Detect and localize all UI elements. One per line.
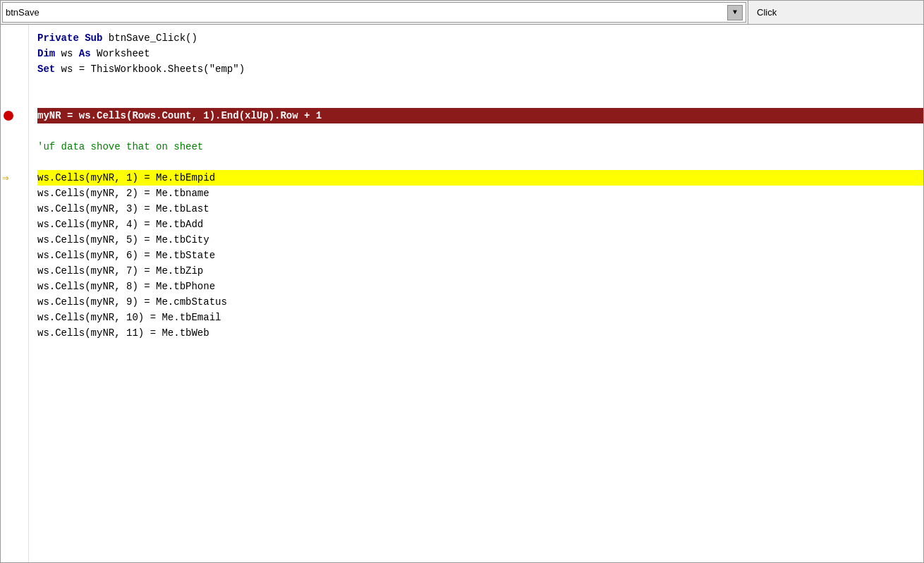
code-line-3: Set ws = ThisWorkbook.Sheets("emp") [37, 61, 923, 77]
code-line-7 [37, 123, 923, 139]
editor-container: btnSave ▼ Click [0, 0, 924, 563]
code-line-2: Dim ws As Worksheet [37, 46, 923, 61]
code-line-8: 'uf data shove that on sheet [37, 139, 923, 155]
code-text: ws.Cells(myNR, 7) = Me.tbZip [37, 263, 203, 279]
code-editor[interactable]: Private Sub btnSave_Click() Dim ws As Wo… [29, 25, 923, 562]
code-text: ws.Cells(myNR, 9) = Me.cmbStatus [37, 294, 227, 310]
code-text: ws.Cells(myNR, 6) = Me.tbState [37, 248, 215, 263]
gutter-line-1 [1, 30, 28, 46]
keyword-private: Private Sub [37, 30, 109, 46]
code-text: ws.Cells(myNR, 2) = Me.tbname [37, 186, 209, 201]
code-line-5 [37, 92, 923, 108]
gutter-line-11 [1, 186, 28, 201]
gutter-line-5 [1, 92, 28, 108]
code-text: btnSave_Click() [109, 30, 197, 46]
keyword-dim: Dim [37, 46, 61, 61]
gutter-line-4 [1, 77, 28, 92]
code-text: ws.Cells(myNR, 10) = Me.tbEmail [37, 310, 221, 325]
code-line-1: Private Sub btnSave_Click() [37, 30, 923, 46]
keyword-as: As [79, 46, 97, 61]
gutter-line-9 [1, 155, 28, 170]
code-text: ws [61, 46, 79, 61]
code-line-14: ws.Cells(myNR, 5) = Me.tbCity [37, 232, 923, 248]
code-line-10-highlighted: ws.Cells(myNR, 1) = Me.tbEmpid [37, 170, 923, 186]
code-text: ws.Cells(myNR, 8) = Me.tbPhone [37, 279, 215, 294]
code-line-12: ws.Cells(myNR, 3) = Me.tbLast [37, 201, 923, 217]
keyword-set: Set [37, 61, 61, 77]
code-text: ws.Cells(myNR, 11) = Me.tbWeb [37, 325, 209, 341]
gutter-line-16 [1, 263, 28, 279]
code-line-4 [37, 77, 923, 92]
gutter-line-15 [1, 248, 28, 263]
code-text-yellow: ws.Cells(myNR, 1) = Me.tbEmpid [37, 170, 215, 186]
gutter-line-14 [1, 232, 28, 248]
line-gutter: ⇒ [1, 25, 29, 562]
code-line-17: ws.Cells(myNR, 8) = Me.tbPhone [37, 279, 923, 294]
gutter-line-8 [1, 139, 28, 155]
code-text: Worksheet [97, 46, 150, 61]
toolbar: btnSave ▼ Click [1, 1, 923, 25]
gutter-line-12 [1, 201, 28, 217]
code-line-20: ws.Cells(myNR, 11) = Me.tbWeb [37, 325, 923, 341]
execution-arrow-icon: ⇒ [2, 171, 9, 185]
code-line-11: ws.Cells(myNR, 2) = Me.tbname [37, 186, 923, 201]
gutter-line-6-breakpoint [1, 108, 28, 123]
event-label: Click [748, 1, 923, 24]
code-text: ws = ThisWorkbook.Sheets("emp") [61, 61, 245, 77]
code-line-9 [37, 155, 923, 170]
dropdown-value: btnSave [6, 7, 727, 18]
code-comment: 'uf data shove that on sheet [37, 139, 203, 155]
gutter-line-2 [1, 46, 28, 61]
breakpoint-icon [4, 111, 13, 121]
gutter-line-10-execution: ⇒ [1, 170, 28, 186]
code-line-6-highlighted: myNR = ws.Cells(Rows.Count, 1).End(xlUp)… [37, 108, 923, 123]
gutter-line-7 [1, 123, 28, 139]
code-line-18: ws.Cells(myNR, 9) = Me.cmbStatus [37, 294, 923, 310]
code-text: ws.Cells(myNR, 4) = Me.tbAdd [37, 217, 203, 232]
gutter-line-19 [1, 310, 28, 325]
code-line-15: ws.Cells(myNR, 6) = Me.tbState [37, 248, 923, 263]
gutter-line-18 [1, 294, 28, 310]
code-line-13: ws.Cells(myNR, 4) = Me.tbAdd [37, 217, 923, 232]
code-text: ws.Cells(myNR, 3) = Me.tbLast [37, 201, 209, 217]
gutter-line-20 [1, 325, 28, 341]
code-text: ws.Cells(myNR, 5) = Me.tbCity [37, 232, 209, 248]
object-dropdown[interactable]: btnSave ▼ [2, 2, 746, 23]
gutter-line-17 [1, 279, 28, 294]
code-line-19: ws.Cells(myNR, 10) = Me.tbEmail [37, 310, 923, 325]
code-line-16: ws.Cells(myNR, 7) = Me.tbZip [37, 263, 923, 279]
code-area: ⇒ Private Sub btnSave_Click() Dim ws As … [1, 25, 923, 562]
gutter-line-3 [1, 61, 28, 77]
dropdown-arrow-icon[interactable]: ▼ [727, 5, 743, 20]
code-text-red: myNR = ws.Cells(Rows.Count, 1).End(xlUp)… [37, 108, 322, 123]
gutter-line-13 [1, 217, 28, 232]
